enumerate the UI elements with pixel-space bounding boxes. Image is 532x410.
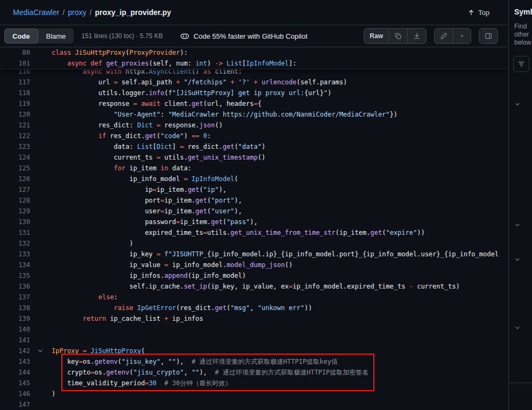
download-button[interactable] xyxy=(407,28,426,44)
tab-code[interactable]: Code xyxy=(4,28,38,44)
line-number[interactable]: 132 xyxy=(0,238,30,249)
line-number[interactable]: 137 xyxy=(0,292,30,303)
line-number[interactable]: 142 xyxy=(0,346,30,356)
code-token: == xyxy=(191,132,199,140)
line-number[interactable]: 146 xyxy=(0,389,30,399)
symbols-desc-fragment: below xyxy=(514,39,532,47)
filter-button[interactable] xyxy=(513,56,529,72)
code-token: ip_info_model. xyxy=(168,261,226,269)
line-number[interactable]: 117 xyxy=(0,77,30,88)
code-token: -> xyxy=(215,60,223,67)
line-number[interactable]: 136 xyxy=(0,281,30,292)
line-number[interactable]: 125 xyxy=(0,163,30,174)
chevron-down-icon[interactable] xyxy=(514,323,521,330)
code-line-text: res_dict: Dict = response.json() xyxy=(52,120,223,131)
code-token: ]: xyxy=(289,60,296,67)
line-number[interactable]: 147 xyxy=(0,399,30,410)
code-line: 126 ip_info_model = IpInfoModel( xyxy=(0,174,507,184)
line-number[interactable]: 130 xyxy=(0,217,30,227)
line-number[interactable]: 120 xyxy=(0,109,30,120)
code-token: "msg" xyxy=(230,304,250,312)
code-token: Dict xyxy=(157,143,172,150)
line-number[interactable]: 116 xyxy=(0,69,30,77)
line-number[interactable]: 127 xyxy=(0,184,30,195)
line-number[interactable]: 139 xyxy=(0,313,30,324)
code-token: get xyxy=(188,186,200,193)
code-token: # 30分钟（最长时效） xyxy=(165,379,232,387)
line-number[interactable]: 138 xyxy=(0,303,30,313)
code-token: utils. xyxy=(160,154,188,161)
code-line-text: port=ip_item.get("port"), xyxy=(52,195,242,206)
code-token: os. xyxy=(94,369,106,376)
line-number[interactable]: 101 xyxy=(0,58,30,69)
code-token: = xyxy=(160,197,164,204)
code-token: set_ip xyxy=(184,283,207,290)
code-line-text: return ip_cache_list + ip_infos xyxy=(52,313,203,324)
code-token: class xyxy=(52,49,71,56)
line-number[interactable]: 119 xyxy=(0,98,30,109)
line-number[interactable]: 140 xyxy=(0,324,30,335)
gutter xyxy=(30,47,52,58)
main-content: MediaCrawler / proxy / proxy_ip_provider… xyxy=(0,0,507,410)
code-token: for xyxy=(114,164,126,172)
code-token: + xyxy=(230,78,234,86)
code-token: def xyxy=(90,60,102,67)
line-number[interactable]: 121 xyxy=(0,120,30,131)
line-number[interactable]: 118 xyxy=(0,88,30,98)
code-token: ip xyxy=(52,186,153,193)
chevron-down-icon[interactable] xyxy=(514,100,521,106)
code-viewer[interactable]: 80class JiSuHttpProxy(ProxyProvider):101… xyxy=(0,47,507,410)
edit-button[interactable] xyxy=(435,28,453,44)
collapse-chevron-icon[interactable] xyxy=(37,348,44,354)
line-number[interactable]: 131 xyxy=(0,227,30,238)
line-number[interactable]: 144 xyxy=(0,367,30,378)
code-line-text: raise IpGetError(res_dict.get("msg", "un… xyxy=(52,303,312,313)
code-line: 130 password=ip_item.get("pass"), xyxy=(0,217,507,227)
code-line-text: for ip_item in data: xyxy=(52,163,191,174)
chevron-down-icon[interactable] xyxy=(514,255,521,262)
code-token: ( xyxy=(141,347,145,355)
code-token xyxy=(79,347,83,355)
code-line: 117 url = self.api_path + "/fetchips" + … xyxy=(0,77,507,88)
code-token: return xyxy=(83,315,106,322)
line-number[interactable]: 145 xyxy=(0,378,30,389)
line-number[interactable]: 134 xyxy=(0,260,30,270)
code-token: if xyxy=(98,132,106,140)
code-token: ), xyxy=(235,207,242,215)
symbols-panel-toggle-button[interactable] xyxy=(479,28,498,44)
gutter xyxy=(30,77,52,88)
edit-dropdown-button[interactable] xyxy=(453,28,471,44)
clipped-line-container: 116 async with httpx.AsyncClient() as cl… xyxy=(0,69,507,77)
line-number[interactable]: 135 xyxy=(0,270,30,281)
chevron-down-icon[interactable] xyxy=(514,221,521,227)
code-line-text: ) xyxy=(52,238,133,249)
line-number[interactable]: 126 xyxy=(0,174,30,184)
code-token: ip_value xyxy=(52,261,165,269)
code-token: get xyxy=(191,100,203,107)
line-number[interactable]: 124 xyxy=(0,152,30,163)
code-token: ip_item xyxy=(125,164,160,172)
raw-button[interactable]: Raw xyxy=(364,28,388,44)
breadcrumb-repo-link[interactable]: MediaCrawler xyxy=(13,8,59,17)
code-token: = xyxy=(180,143,183,150)
code-token: utils. xyxy=(207,229,230,236)
gutter xyxy=(30,174,52,184)
copy-button[interactable] xyxy=(388,28,407,44)
gutter xyxy=(30,141,52,152)
line-number[interactable]: 129 xyxy=(0,206,30,217)
breadcrumb-folder-link[interactable]: proxy xyxy=(68,8,86,17)
copilot-banner[interactable]: Code 55% faster with GitHub Copilot xyxy=(180,32,308,41)
tab-blame[interactable]: Blame xyxy=(38,28,74,44)
line-number[interactable]: 141 xyxy=(0,335,30,346)
line-number[interactable]: 133 xyxy=(0,249,30,260)
code-token: "pass" xyxy=(226,218,250,226)
code-token xyxy=(52,132,98,140)
line-number[interactable]: 122 xyxy=(0,131,30,141)
line-number[interactable]: 143 xyxy=(0,356,30,367)
code-token: )) xyxy=(417,229,424,236)
line-number[interactable]: 80 xyxy=(0,47,30,58)
line-number[interactable]: 128 xyxy=(0,195,30,206)
back-to-top-button[interactable]: Top xyxy=(467,9,490,17)
code-token: ( xyxy=(235,143,238,150)
line-number[interactable]: 123 xyxy=(0,141,30,152)
